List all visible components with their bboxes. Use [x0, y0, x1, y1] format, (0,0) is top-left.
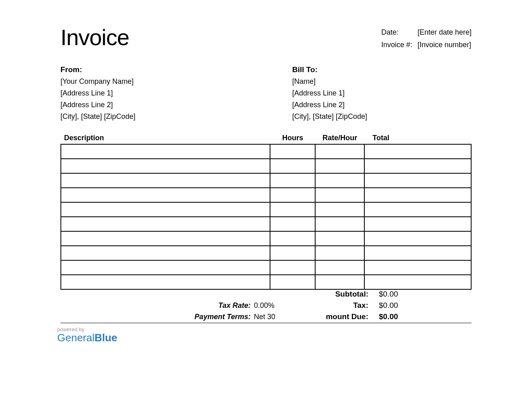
cell-rate[interactable]: [315, 260, 364, 275]
table-row: [61, 173, 471, 188]
invoice-number-value[interactable]: [Invoice number]: [418, 41, 471, 49]
table-row: [61, 144, 471, 159]
cell-hours[interactable]: [270, 260, 315, 275]
cell-total[interactable]: [364, 275, 471, 289]
header-total: Total: [364, 132, 471, 144]
from-address-1[interactable]: [Address Line 1]: [60, 89, 240, 98]
bill-to-heading: Bill To:: [292, 65, 472, 74]
bill-to-address-1[interactable]: [Address Line 1]: [292, 89, 472, 98]
cell-rate[interactable]: [315, 275, 364, 289]
tax-row: Tax: $0.00: [296, 301, 472, 310]
cell-total[interactable]: [364, 159, 471, 173]
subtotal-value: $0.00: [379, 290, 472, 299]
tax-rate-label: Tax Rate:: [60, 301, 254, 310]
from-company[interactable]: [Your Company Name]: [60, 77, 240, 86]
cell-hours[interactable]: [270, 246, 315, 260]
subtotal-row-wrapper: Subtotal: $0.00: [60, 290, 472, 301]
brand-logo: GeneralBlue: [57, 332, 472, 344]
cell-hours[interactable]: [270, 159, 315, 173]
table-row: [61, 188, 471, 202]
bill-to-city-state-zip[interactable]: [City], [State] [ZipCode]: [292, 112, 472, 121]
invoice-number-label: Invoice #:: [381, 41, 418, 49]
payment-terms-label: Payment Terms:: [60, 313, 254, 321]
tax-label: Tax:: [296, 301, 379, 310]
amount-due-row: mount Due: $0.00: [296, 312, 472, 321]
cell-hours[interactable]: [270, 188, 315, 202]
invoice-meta: Date: [Enter date here] Invoice #: [Invo…: [381, 24, 472, 53]
cell-hours[interactable]: [270, 144, 315, 159]
cell-total[interactable]: [364, 217, 471, 231]
table-header-row: Description Hours Rate/Hour Total: [61, 132, 471, 144]
from-address-2[interactable]: [Address Line 2]: [60, 101, 240, 109]
cell-hours[interactable]: [270, 275, 315, 289]
cell-total[interactable]: [364, 260, 471, 275]
from-block: From: [Your Company Name] [Address Line …: [60, 65, 240, 124]
table-row: [61, 231, 471, 246]
table-row: [61, 275, 471, 289]
payment-terms-value[interactable]: Net 30: [254, 313, 296, 321]
cell-rate[interactable]: [315, 144, 364, 159]
cell-description[interactable]: [61, 217, 270, 231]
cell-rate[interactable]: [315, 202, 364, 217]
brand-part-2: Blue: [95, 332, 117, 344]
cell-total[interactable]: [364, 202, 471, 217]
date-row: Date: [Enter date here]: [381, 28, 472, 37]
table-row: [61, 202, 471, 217]
invoice-title: Invoice: [60, 24, 129, 50]
cell-description[interactable]: [61, 260, 270, 275]
brand-part-1: General: [57, 332, 95, 344]
cell-hours[interactable]: [270, 217, 315, 231]
table-row: [61, 217, 471, 231]
amount-due-value: $0.00: [379, 312, 472, 321]
cell-rate[interactable]: [315, 231, 364, 246]
cell-rate[interactable]: [315, 188, 364, 202]
cell-total[interactable]: [364, 231, 471, 246]
line-items-table: Description Hours Rate/Hour Total: [60, 132, 472, 290]
invoice-number-row: Invoice #: [Invoice number]: [381, 41, 472, 49]
cell-description[interactable]: [61, 202, 270, 217]
cell-total[interactable]: [364, 144, 471, 159]
bill-to-address-2[interactable]: [Address Line 2]: [292, 101, 472, 109]
bill-to-block: Bill To: [Name] [Address Line 1] [Addres…: [240, 65, 472, 124]
subtotal-row: Subtotal: $0.00: [296, 290, 472, 299]
cell-hours[interactable]: [270, 202, 315, 217]
amount-due-row-wrapper: Payment Terms: Net 30 mount Due: $0.00: [60, 312, 472, 323]
cell-description[interactable]: [61, 188, 270, 202]
cell-description[interactable]: [61, 144, 270, 159]
from-city-state-zip[interactable]: [City], [State] [ZipCode]: [60, 112, 240, 121]
tax-value: $0.00: [379, 301, 472, 310]
footer: powered by GeneralBlue: [60, 326, 472, 344]
bill-to-name[interactable]: [Name]: [292, 77, 472, 86]
cell-description[interactable]: [61, 231, 270, 246]
header-rate: Rate/Hour: [315, 132, 364, 144]
cell-total[interactable]: [364, 246, 471, 260]
header-description: Description: [61, 132, 270, 144]
table-row: [61, 260, 471, 275]
date-label: Date:: [381, 28, 418, 37]
header-hours: Hours: [270, 132, 315, 144]
table-row: [61, 159, 471, 173]
cell-hours[interactable]: [270, 173, 315, 188]
cell-rate[interactable]: [315, 173, 364, 188]
cell-description[interactable]: [61, 159, 270, 173]
cell-rate[interactable]: [315, 159, 364, 173]
table-body: [61, 144, 471, 289]
cell-total[interactable]: [364, 188, 471, 202]
cell-description[interactable]: [61, 246, 270, 260]
cell-total[interactable]: [364, 173, 471, 188]
from-heading: From:: [60, 65, 240, 74]
table-row: [61, 246, 471, 260]
date-value[interactable]: [Enter date here]: [418, 28, 472, 37]
invoice-header: Invoice Date: [Enter date here] Invoice …: [60, 24, 472, 53]
tax-row-wrapper: Tax Rate: 0.00% Tax: $0.00: [60, 301, 472, 312]
cell-rate[interactable]: [315, 246, 364, 260]
cell-hours[interactable]: [270, 231, 315, 246]
cell-description[interactable]: [61, 275, 270, 289]
parties-section: From: [Your Company Name] [Address Line …: [60, 65, 472, 124]
subtotal-label: Subtotal:: [296, 290, 379, 299]
tax-rate-value[interactable]: 0.00%: [254, 301, 296, 310]
cell-rate[interactable]: [315, 217, 364, 231]
cell-description[interactable]: [61, 173, 270, 188]
amount-due-label: mount Due:: [296, 312, 379, 321]
